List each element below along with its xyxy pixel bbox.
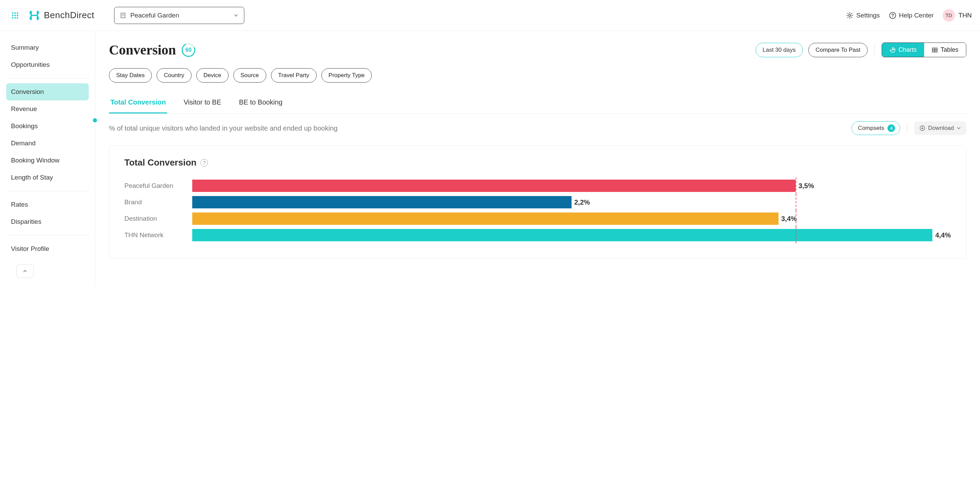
divider	[6, 191, 89, 191]
sidebar-item-conversion[interactable]: Conversion	[6, 83, 89, 100]
filter-stay-dates[interactable]: Stay Dates	[109, 68, 152, 83]
divider	[907, 123, 907, 133]
date-range-button[interactable]: Last 30 days	[756, 43, 803, 57]
compsets-button[interactable]: Compsets 4	[851, 121, 900, 135]
settings-label: Settings	[856, 12, 880, 19]
download-icon	[920, 126, 925, 131]
gear-icon	[846, 12, 854, 19]
description-row: % of total unique visitors who landed in…	[109, 121, 966, 135]
svg-rect-4	[14, 15, 16, 16]
reference-line	[795, 210, 796, 227]
help-icon[interactable]: ?	[200, 159, 208, 167]
reference-line	[795, 194, 796, 210]
chevron-down-icon	[957, 126, 961, 130]
sidebar-item-opportunities[interactable]: Opportunities	[6, 56, 89, 73]
bar-chart: Peaceful Garden3,5%Brand2,2%Destination3…	[124, 177, 951, 243]
chart-value: 2,2%	[574, 198, 590, 206]
sidebar-item-summary[interactable]: Summary	[6, 39, 89, 56]
chart-row: Brand2,2%	[124, 194, 951, 210]
filter-source[interactable]: Source	[233, 68, 266, 83]
tab-visitor-to-be[interactable]: Visitor to BE	[182, 93, 223, 113]
chart-value: 3,5%	[799, 182, 814, 190]
avatar: TD	[943, 9, 955, 22]
score-badge: 60	[180, 41, 197, 59]
topbar: BenchDirect Peaceful Garden Settings Hel…	[0, 0, 980, 31]
page-title: Conversion	[109, 42, 176, 58]
chart-category-label: Peaceful Garden	[124, 182, 189, 190]
tab-total-conversion[interactable]: Total Conversion	[109, 93, 167, 113]
help-label: Help Center	[899, 12, 934, 19]
svg-rect-2	[17, 12, 18, 14]
chart-row: Peaceful Garden3,5%	[124, 177, 951, 194]
table-icon	[932, 47, 938, 53]
svg-rect-3	[12, 15, 13, 16]
help-icon	[889, 12, 896, 19]
pie-chart-icon	[889, 47, 896, 53]
chart-bar	[192, 212, 778, 225]
chart-track: 3,4%	[192, 212, 951, 225]
filter-row: Stay Dates Country Device Source Travel …	[109, 68, 966, 83]
user-menu[interactable]: TD THN	[943, 9, 972, 22]
compare-button[interactable]: Compare To Past	[808, 43, 868, 57]
svg-rect-12	[122, 16, 123, 16]
tab-be-to-booking[interactable]: BE to Booking	[238, 93, 284, 113]
sidebar-item-demand[interactable]: Demand	[6, 135, 89, 152]
sidebar-item-visitor-profile[interactable]: Visitor Profile	[6, 240, 89, 257]
chart-track: 4,4%	[192, 229, 951, 241]
sidebar-item-disparities[interactable]: Disparities	[6, 213, 89, 230]
logo[interactable]: BenchDirect	[28, 9, 94, 22]
svg-rect-6	[12, 17, 13, 19]
apps-button[interactable]	[8, 9, 22, 22]
svg-rect-10	[122, 14, 123, 15]
svg-rect-13	[123, 16, 124, 16]
property-label: Peaceful Garden	[130, 12, 229, 19]
sidebar-item-rates[interactable]: Rates	[6, 196, 89, 213]
svg-rect-8	[17, 17, 18, 19]
card-title: Total Conversion	[124, 157, 196, 168]
divider	[6, 235, 89, 236]
logo-icon	[28, 9, 40, 22]
chart-value: 4,4%	[935, 231, 951, 239]
svg-rect-1	[14, 12, 16, 14]
filter-country[interactable]: Country	[157, 68, 191, 83]
sidebar: Summary Opportunities Conversion Revenue…	[0, 31, 95, 286]
sidebar-item-revenue[interactable]: Revenue	[6, 100, 89, 118]
sidebar-item-booking-window[interactable]: Booking Window	[6, 152, 89, 169]
svg-rect-7	[14, 17, 16, 19]
settings-link[interactable]: Settings	[846, 12, 880, 19]
filter-travel-party[interactable]: Travel Party	[271, 68, 317, 83]
main: Conversion 60 Last 30 days Compare To Pa…	[95, 31, 980, 286]
chevron-down-icon	[234, 13, 239, 18]
filter-property-type[interactable]: Property Type	[321, 68, 372, 83]
chart-category-label: Destination	[124, 215, 189, 222]
property-selector[interactable]: Peaceful Garden	[114, 7, 244, 24]
tabs: Total Conversion Visitor to BE BE to Boo…	[109, 93, 966, 114]
chart-track: 3,5%	[192, 180, 951, 192]
svg-point-16	[892, 16, 893, 17]
sidebar-item-length-of-stay[interactable]: Length of Stay	[6, 169, 89, 186]
sidebar-item-bookings[interactable]: Bookings	[6, 118, 89, 135]
view-charts-button[interactable]: Charts	[882, 43, 924, 57]
active-marker	[93, 118, 97, 123]
user-name: THN	[958, 12, 972, 19]
collapse-button[interactable]	[16, 264, 33, 278]
page-header: Conversion 60 Last 30 days Compare To Pa…	[109, 42, 966, 58]
view-tables-button[interactable]: Tables	[924, 43, 966, 57]
svg-rect-11	[123, 14, 124, 15]
chart-row: Destination3,4%	[124, 210, 951, 227]
chart-category-label: Brand	[124, 198, 189, 206]
filter-device[interactable]: Device	[196, 68, 229, 83]
top-right: Settings Help Center TD THN	[846, 9, 972, 22]
chart-bar	[192, 229, 932, 241]
divider	[6, 78, 89, 78]
chart-row: THN Network4,4%	[124, 227, 951, 243]
chart-bar	[192, 180, 795, 192]
reference-line	[795, 227, 796, 243]
building-icon	[120, 12, 126, 19]
help-link[interactable]: Help Center	[889, 12, 934, 19]
download-button[interactable]: Download	[914, 121, 966, 135]
svg-rect-9	[121, 13, 125, 18]
svg-rect-0	[12, 12, 13, 14]
logo-text: BenchDirect	[44, 10, 94, 21]
chart-value: 3,4%	[781, 215, 797, 223]
